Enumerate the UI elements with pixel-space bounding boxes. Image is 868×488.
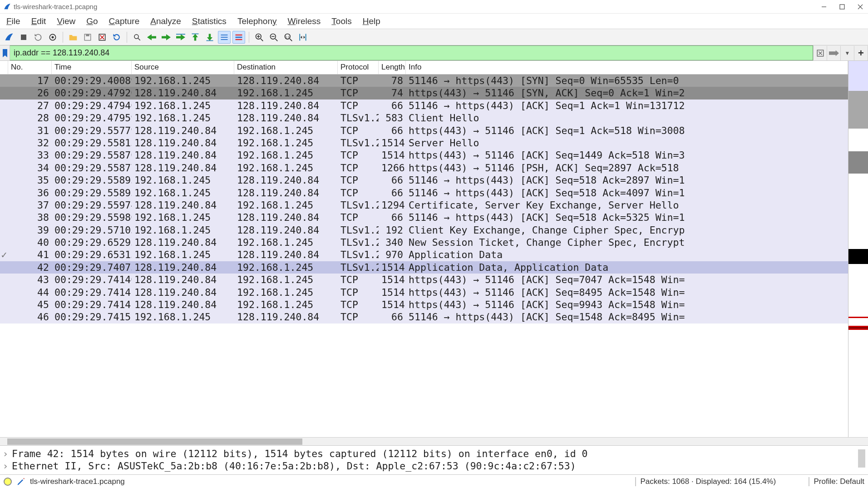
detail-line[interactable]: Ethernet II, Src: ASUSTekC_5a:2b:b8 (40:… (12, 460, 576, 472)
packet-row[interactable]: 2600:29:29.479262128.119.240.84192.168.1… (0, 87, 848, 99)
cell-no: 31 (8, 124, 52, 137)
go-last-icon[interactable] (203, 31, 216, 44)
packet-row[interactable]: 4200:29:29.740759128.119.240.84192.168.1… (0, 261, 848, 274)
menu-analyze[interactable]: Analyze (150, 16, 181, 26)
auto-scroll-icon[interactable] (218, 31, 231, 44)
column-source[interactable]: Source (132, 61, 234, 74)
expand-caret-icon[interactable]: › (2, 448, 9, 460)
packet-row[interactable]: 3300:29:29.558762128.119.240.84192.168.1… (0, 149, 848, 161)
cell-info: Client Hello (406, 112, 848, 124)
expert-info-icon[interactable] (4, 478, 12, 486)
packet-row[interactable]: 3100:29:29.557795128.119.240.84192.168.1… (0, 124, 848, 137)
display-filter-input[interactable] (10, 45, 813, 60)
menu-statistics[interactable]: Statistics (192, 16, 227, 26)
go-to-packet-icon[interactable] (174, 31, 187, 44)
menu-telephony[interactable]: Telephony (237, 16, 277, 26)
expand-caret-icon[interactable]: › (2, 460, 9, 472)
details-scrollbar[interactable] (858, 449, 865, 468)
menu-tools[interactable]: Tools (331, 16, 351, 26)
packet-row[interactable]: ✓4100:29:29.653155192.168.1.245128.119.2… (0, 249, 848, 261)
go-back-icon[interactable] (145, 31, 158, 44)
row-marker (0, 187, 8, 199)
status-profile[interactable]: Profile: Default (814, 477, 865, 486)
packet-row[interactable]: 4000:29:29.652957128.119.240.84192.168.1… (0, 236, 848, 249)
packet-row[interactable]: 2700:29:29.479407192.168.1.245128.119.24… (0, 100, 848, 112)
column-destination[interactable]: Destination (234, 61, 338, 74)
cell-length: 66 (379, 187, 406, 199)
stop-capture-icon[interactable] (17, 31, 30, 44)
packet-row[interactable]: 3900:29:29.571033192.168.1.245128.119.24… (0, 224, 848, 236)
packet-row[interactable]: 3800:29:29.559865192.168.1.245128.119.24… (0, 211, 848, 224)
menu-file[interactable]: File (6, 16, 20, 26)
colorize-icon[interactable] (232, 31, 245, 44)
packet-row[interactable]: 1700:29:29.400894192.168.1.245128.119.24… (0, 75, 848, 87)
close-button[interactable] (856, 3, 864, 11)
close-file-icon[interactable] (96, 31, 108, 44)
detail-line[interactable]: Frame 42: 1514 bytes on wire (12112 bits… (12, 448, 588, 460)
menu-go[interactable]: Go (86, 16, 98, 26)
start-capture-icon[interactable] (3, 31, 15, 44)
packet-row[interactable]: 2800:29:29.479593192.168.1.245128.119.24… (0, 112, 848, 124)
svg-line-32 (290, 39, 292, 41)
packet-map-stripe[interactable] (848, 61, 868, 437)
go-forward-icon[interactable] (160, 31, 173, 44)
column-protocol[interactable]: Protocol (338, 61, 379, 74)
packet-row[interactable]: 3200:29:29.558158128.119.240.84192.168.1… (0, 137, 848, 149)
clear-filter-icon[interactable] (814, 46, 827, 60)
cell-length: 340 (379, 236, 406, 249)
cell-length: 1514 (379, 286, 406, 299)
packet-row[interactable]: 4500:29:29.741415128.119.240.84192.168.1… (0, 299, 848, 311)
packet-row[interactable]: 3600:29:29.558957192.168.1.245128.119.24… (0, 187, 848, 199)
column-info[interactable]: Info (406, 61, 848, 74)
restart-capture-icon[interactable] (32, 31, 44, 44)
packet-list-hscroll[interactable] (0, 437, 868, 445)
cell-time: 00:29:29.479407 (52, 100, 132, 112)
maximize-button[interactable] (838, 3, 846, 11)
menu-view[interactable]: View (57, 16, 75, 26)
column-length[interactable]: Length (379, 61, 406, 74)
row-marker (0, 87, 8, 99)
bookmark-icon[interactable] (0, 45, 10, 60)
statusbar: tls-wireshark-trace1.pcapng Packets: 106… (0, 474, 868, 488)
minimize-button[interactable] (820, 3, 828, 11)
edit-capture-icon[interactable] (16, 477, 25, 486)
cell-destination: 128.119.240.84 (234, 311, 338, 323)
menu-wireless[interactable]: Wireless (288, 16, 321, 26)
row-marker (0, 199, 8, 211)
filter-dropdown-icon[interactable]: ▼ (841, 46, 854, 60)
menu-edit[interactable]: Edit (31, 16, 46, 26)
cell-protocol: TCP (338, 149, 379, 161)
packet-row[interactable]: 3400:29:29.558774128.119.240.84192.168.1… (0, 162, 848, 174)
column-no[interactable]: No. (8, 61, 52, 74)
menu-capture[interactable]: Capture (109, 16, 140, 26)
apply-filter-icon[interactable] (827, 46, 841, 60)
scrollbar-thumb[interactable] (7, 438, 302, 445)
cell-no: 44 (8, 286, 52, 299)
column-time[interactable]: Time (52, 61, 132, 74)
cell-info: Certificate, Server Key Exchange, Server… (406, 199, 848, 211)
cell-source: 192.168.1.245 (132, 224, 234, 236)
packet-row[interactable]: 4600:29:29.741516192.168.1.245128.119.24… (0, 311, 848, 323)
find-packet-icon[interactable] (131, 31, 143, 44)
resize-columns-icon[interactable] (296, 31, 309, 44)
packet-row[interactable]: 4400:29:29.741413128.119.240.84192.168.1… (0, 286, 848, 299)
packet-list-header[interactable]: No. Time Source Destination Protocol Len… (0, 61, 848, 75)
zoom-out-icon[interactable] (267, 31, 280, 44)
packet-details[interactable]: ›Frame 42: 1514 bytes on wire (12112 bit… (0, 445, 868, 474)
zoom-in-icon[interactable] (253, 31, 266, 44)
cell-length: 583 (379, 112, 406, 124)
packet-list[interactable]: No. Time Source Destination Protocol Len… (0, 61, 848, 437)
packet-row[interactable]: 4300:29:29.741405128.119.240.84192.168.1… (0, 274, 848, 286)
open-file-icon[interactable] (67, 31, 79, 44)
go-first-icon[interactable] (189, 31, 202, 44)
save-file-icon[interactable] (81, 31, 94, 44)
reload-file-icon[interactable] (110, 31, 123, 44)
capture-options-icon[interactable] (46, 31, 59, 44)
packet-row[interactable]: 3500:29:29.558956192.168.1.245128.119.24… (0, 174, 848, 186)
add-filter-button-icon[interactable]: + (854, 46, 868, 60)
zoom-reset-icon[interactable]: 1:1 (282, 31, 295, 44)
cell-destination: 128.119.240.84 (234, 224, 338, 236)
packet-row[interactable]: 3700:29:29.559744128.119.240.84192.168.1… (0, 199, 848, 211)
cell-protocol: TCP (338, 211, 379, 224)
menu-help[interactable]: Help (363, 16, 380, 26)
